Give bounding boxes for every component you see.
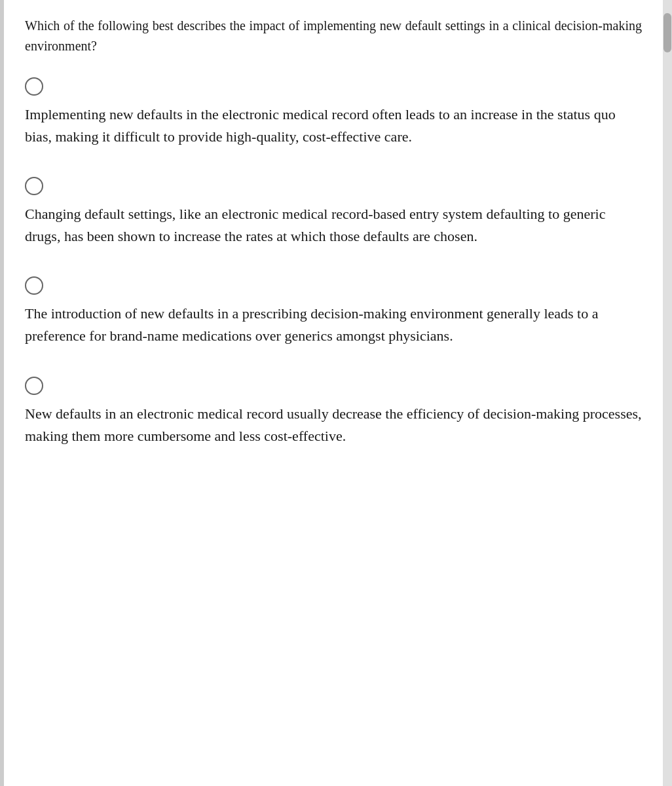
scrollbar[interactable] [663, 0, 672, 786]
option-block-b: Changing default settings, like an elect… [25, 176, 642, 263]
option-a-text: Implementing new defaults in the electro… [25, 103, 642, 148]
option-a-radio-row [25, 76, 642, 96]
option-block-a: Implementing new defaults in the electro… [25, 76, 642, 164]
option-block-d: New defaults in an electronic medical re… [25, 375, 642, 463]
radio-button-a[interactable] [25, 77, 43, 96]
option-d-radio-row [25, 375, 642, 395]
option-b-radio-row [25, 176, 642, 195]
content-area: Which of the following best describes th… [4, 0, 663, 786]
option-c-text: The introduction of new defaults in a pr… [25, 303, 642, 347]
option-b-text: Changing default settings, like an elect… [25, 203, 642, 248]
question-text: Which of the following best describes th… [25, 16, 642, 56]
option-d-text: New defaults in an electronic medical re… [25, 403, 642, 447]
radio-button-c[interactable] [25, 276, 43, 295]
scrollbar-thumb[interactable] [663, 13, 671, 52]
radio-button-d[interactable] [25, 377, 43, 395]
radio-button-b[interactable] [25, 177, 43, 195]
page-container: Which of the following best describes th… [0, 0, 672, 786]
option-c-radio-row [25, 275, 642, 295]
option-block-c: The introduction of new defaults in a pr… [25, 275, 642, 363]
